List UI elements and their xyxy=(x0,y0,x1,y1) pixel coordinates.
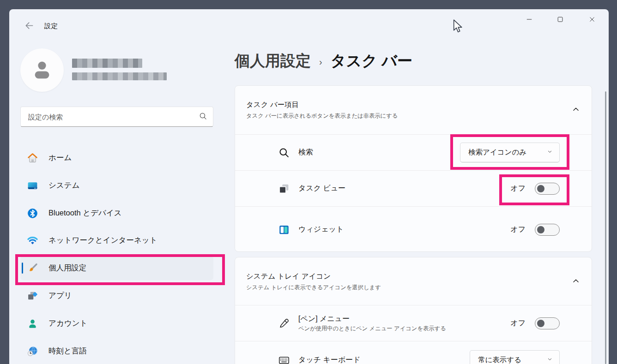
sidebar-item-system[interactable]: システム xyxy=(20,173,213,197)
minimize-icon xyxy=(525,15,533,25)
mouse-cursor-icon xyxy=(453,19,463,36)
sidebar-item-label: ホーム xyxy=(48,153,72,163)
sidebar-item-apps[interactable]: アプリ xyxy=(20,284,213,308)
user-email-redacted xyxy=(72,72,167,80)
widgets-toggle[interactable] xyxy=(535,224,560,236)
apps-icon xyxy=(27,290,38,302)
sidebar-item-label: 時刻と言語 xyxy=(48,346,87,356)
row-label: ウィジェット xyxy=(298,225,344,234)
sidebar-item-label: システム xyxy=(48,180,80,191)
search-icon xyxy=(278,147,290,159)
back-button[interactable] xyxy=(21,18,37,34)
maximize-icon xyxy=(556,15,564,25)
sidebar-item-accounts[interactable]: アカウント xyxy=(20,311,213,335)
card-system-tray-header: システム トレイ アイコン システム トレイに表示できるアイコンを選択します xyxy=(235,257,592,305)
touch-keyboard-icon xyxy=(278,354,290,364)
page-title: タスク バー xyxy=(331,51,412,72)
settings-search-box[interactable] xyxy=(20,107,213,127)
card-subtitle: タスク バーに表示されるボタンを表示または非表示にする xyxy=(246,112,398,120)
time-language-icon xyxy=(27,346,38,357)
breadcrumb: 個人用設定 › タスク バー xyxy=(235,50,412,72)
toggle-state-label: オフ xyxy=(510,225,526,234)
accounts-icon xyxy=(27,318,38,329)
row-widgets: ウィジェット オフ xyxy=(235,206,592,252)
toggle-state-label: オフ xyxy=(510,318,526,328)
annotation-box-task-view-toggle xyxy=(499,174,569,205)
collapse-button[interactable] xyxy=(569,103,583,118)
breadcrumb-separator-icon: › xyxy=(319,57,322,67)
bluetooth-icon xyxy=(27,208,38,219)
row-touch-keyboard: タッチ キーボード 常に表示する xyxy=(235,341,592,364)
chevron-down-icon xyxy=(546,356,553,364)
breadcrumb-parent[interactable]: 個人用設定 xyxy=(235,51,311,72)
avatar xyxy=(20,48,64,92)
card-subtitle: システム トレイに表示できるアイコンを選択します xyxy=(246,284,381,292)
row-label: タスク ビュー xyxy=(298,184,345,193)
sidebar-item-home[interactable]: ホーム xyxy=(20,146,213,170)
row-description: ペンが使用中のときにペン メニュー アイコンを表示する xyxy=(298,325,446,332)
close-button[interactable] xyxy=(581,12,603,29)
row-label: 検索 xyxy=(298,148,313,157)
network-icon xyxy=(27,235,38,246)
chevron-up-icon xyxy=(571,276,581,288)
system-icon xyxy=(27,180,38,191)
row-label: タッチ キーボード xyxy=(298,355,361,364)
annotation-box-search-dropdown xyxy=(450,134,569,170)
sidebar-item-time-language[interactable]: 時刻と言語 xyxy=(20,339,213,363)
collapse-button[interactable] xyxy=(569,274,583,289)
home-icon xyxy=(27,152,38,164)
sidebar-item-label: Bluetooth とデバイス xyxy=(48,208,122,218)
card-title: システム トレイ アイコン xyxy=(246,272,331,281)
card-title: タスク バー項目 xyxy=(246,100,299,110)
chevron-up-icon xyxy=(571,104,581,116)
sidebar-item-label: ネットワークとインターネット xyxy=(48,235,157,245)
sidebar-item-label: アプリ xyxy=(48,291,72,301)
dropdown-value: 常に表示する xyxy=(478,355,521,364)
desktop-background: 設定 xyxy=(0,0,617,364)
close-icon xyxy=(588,15,596,25)
widgets-icon xyxy=(278,224,290,236)
row-label: [ペン] メニュー xyxy=(298,314,446,324)
search-input[interactable] xyxy=(27,113,199,121)
task-view-icon xyxy=(278,183,290,195)
sidebar-item-label: アカウント xyxy=(48,318,87,328)
row-pen-menu: [ペン] メニュー ペンが使用中のときにペン メニュー アイコンを表示する オフ xyxy=(235,305,592,341)
sidebar-item-network-internet[interactable]: ネットワークとインターネット xyxy=(20,228,213,252)
user-name-redacted xyxy=(72,59,142,68)
pen-icon xyxy=(278,317,290,329)
person-icon xyxy=(29,56,55,84)
pen-menu-toggle[interactable] xyxy=(535,317,560,329)
maximize-button[interactable] xyxy=(550,12,571,29)
toggle-knob xyxy=(537,226,544,233)
sidebar-item-bluetooth-devices[interactable]: Bluetooth とデバイス xyxy=(20,201,213,225)
card-taskbar-items-header: タスク バー項目 タスク バーに表示されるボタンを表示または非表示にする xyxy=(235,86,592,134)
search-icon xyxy=(199,112,207,122)
toggle-knob xyxy=(537,320,544,327)
arrow-left-icon xyxy=(24,20,35,33)
scrollbar[interactable] xyxy=(605,91,606,364)
minimize-button[interactable] xyxy=(519,12,540,29)
touch-keyboard-dropdown[interactable]: 常に表示する xyxy=(470,350,560,364)
card-system-tray-icons: システム トレイ アイコン システム トレイに表示できるアイコンを選択します [… xyxy=(235,257,592,364)
window-title: 設定 xyxy=(44,22,58,30)
annotation-box-personalization xyxy=(15,254,225,285)
